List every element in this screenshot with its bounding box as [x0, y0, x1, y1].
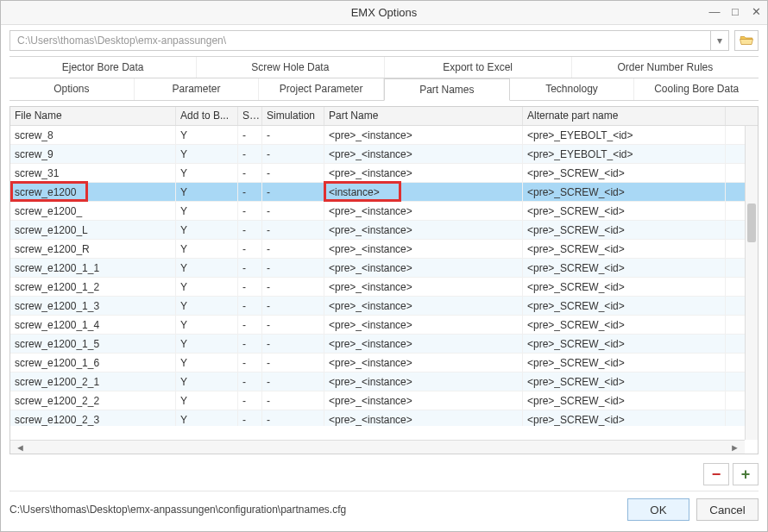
cell-part-name: <instance> [324, 183, 523, 201]
cell-file-name: screw_e1200_2_1 [10, 372, 176, 391]
cell-alternate: <pre>_SCREW_<id> [523, 316, 726, 334]
data-grid: File Name Add to B... S... Simulation Pa… [9, 106, 759, 454]
cell-s: - [238, 354, 262, 372]
table-row[interactable]: screw_e1200_1_2Y--<pre>_<instance><pre>_… [10, 278, 758, 297]
cell-file-name: screw_31 [10, 164, 176, 182]
cell-alternate: <pre>_EYEBOLT_<id> [523, 145, 726, 163]
cell-s: - [238, 145, 262, 163]
tab-bottom-3[interactable]: Part Names [384, 78, 510, 101]
cell-part-name: <pre>_<instance> [324, 410, 523, 426]
ok-button[interactable]: OK [627, 498, 689, 521]
cell-part-name: <pre>_<instance> [324, 372, 523, 391]
minus-icon: − [712, 466, 721, 484]
cell-file-name: screw_e1200_1_6 [10, 354, 176, 372]
table-row[interactable]: screw_e1200_1_1Y--<pre>_<instance><pre>_… [10, 259, 758, 278]
col-add-to-bom[interactable]: Add to B... [176, 107, 238, 125]
cancel-button[interactable]: Cancel [696, 498, 759, 521]
cell-part-name: <pre>_<instance> [324, 391, 523, 410]
table-row[interactable]: screw_e1200_1_5Y--<pre>_<instance><pre>_… [10, 335, 758, 354]
tabs-row-top: Ejector Bore DataScrew Hole DataExport t… [9, 56, 759, 78]
scroll-left-icon[interactable]: ◄ [16, 442, 25, 453]
dialog-window: EMX Options — □ ✕ C:\Users\thomas\Deskto… [0, 0, 768, 532]
tab-top-2[interactable]: Export to Excel [385, 57, 572, 78]
cell-file-name: screw_9 [10, 145, 176, 163]
open-folder-button[interactable] [734, 30, 759, 51]
cell-simulation: - [262, 354, 324, 372]
cell-add-to-bom: Y [176, 297, 238, 315]
chevron-down-icon: ▾ [717, 34, 722, 47]
col-part-name[interactable]: Part Name [324, 107, 523, 125]
cell-s: - [238, 316, 262, 334]
table-row[interactable]: screw_9Y--<pre>_<instance><pre>_EYEBOLT_… [10, 145, 758, 164]
cell-alternate: <pre>_SCREW_<id> [523, 183, 726, 201]
cell-s: - [238, 183, 262, 201]
cell-add-to-bom: Y [176, 259, 238, 277]
cell-alternate: <pre>_SCREW_<id> [523, 410, 726, 426]
tab-top-3[interactable]: Order Number Rules [572, 57, 759, 78]
col-alternate[interactable]: Alternate part name [523, 107, 726, 125]
minimize-icon[interactable]: — [708, 5, 721, 17]
col-simulation[interactable]: Simulation [262, 107, 324, 125]
table-row[interactable]: screw_e1200_Y--<pre>_<instance><pre>_SCR… [10, 202, 758, 221]
cell-s: - [238, 372, 262, 391]
table-row[interactable]: screw_e1200_1_4Y--<pre>_<instance><pre>_… [10, 316, 758, 335]
cell-file-name: screw_e1200_1_2 [10, 278, 176, 296]
cell-s: - [238, 240, 262, 258]
cell-add-to-bom: Y [176, 164, 238, 182]
col-s[interactable]: S... [238, 107, 262, 125]
cell-simulation: - [262, 410, 324, 426]
cell-simulation: - [262, 240, 324, 258]
cell-part-name: <pre>_<instance> [324, 335, 523, 353]
scrollbar-thumb[interactable] [747, 203, 756, 242]
cell-file-name: screw_e1200_1_1 [10, 259, 176, 277]
tab-bottom-2[interactable]: Project Parameter [259, 78, 384, 100]
table-row[interactable]: screw_e1200_2_2Y--<pre>_<instance><pre>_… [10, 391, 758, 410]
cell-add-to-bom: Y [176, 202, 238, 220]
horizontal-scrollbar[interactable]: ◄ ► [10, 440, 745, 454]
table-row[interactable]: screw_e1200_RY--<pre>_<instance><pre>_SC… [10, 240, 758, 259]
cell-add-to-bom: Y [176, 354, 238, 372]
table-row[interactable]: screw_31Y--<pre>_<instance><pre>_SCREW_<… [10, 164, 758, 183]
cell-s: - [238, 202, 262, 220]
cell-alternate: <pre>_SCREW_<id> [523, 259, 726, 277]
tab-top-1[interactable]: Screw Hole Data [197, 57, 384, 78]
table-row[interactable]: screw_e1200_LY--<pre>_<instance><pre>_SC… [10, 221, 758, 240]
tab-top-0[interactable]: Ejector Bore Data [9, 57, 197, 78]
cell-file-name: screw_8 [10, 126, 176, 144]
table-row[interactable]: screw_e1200_1_3Y--<pre>_<instance><pre>_… [10, 297, 758, 316]
cell-add-to-bom: Y [176, 183, 238, 201]
table-row[interactable]: screw_8Y--<pre>_<instance><pre>_EYEBOLT_… [10, 126, 758, 145]
cell-simulation: - [262, 183, 324, 201]
table-row[interactable]: screw_e1200_2_3Y--<pre>_<instance><pre>_… [10, 410, 758, 426]
tab-bottom-0[interactable]: Options [9, 78, 135, 100]
cell-alternate: <pre>_SCREW_<id> [523, 278, 726, 296]
table-row[interactable]: screw_e1200Y--<instance><pre>_SCREW_<id> [10, 183, 758, 202]
cell-file-name: screw_e1200_L [10, 221, 176, 239]
cell-part-name: <pre>_<instance> [324, 297, 523, 315]
close-icon[interactable]: ✕ [750, 5, 762, 17]
cell-part-name: <pre>_<instance> [324, 316, 523, 334]
cell-add-to-bom: Y [176, 126, 238, 144]
cell-simulation: - [262, 126, 324, 144]
table-row[interactable]: screw_e1200_1_6Y--<pre>_<instance><pre>_… [10, 354, 758, 372]
cell-add-to-bom: Y [176, 335, 238, 353]
vertical-scrollbar[interactable] [745, 126, 758, 440]
tab-bottom-4[interactable]: Technology [510, 78, 635, 100]
config-path-input[interactable]: C:\Users\thomas\Desktop\emx-anpassungen\ [9, 30, 711, 51]
cell-file-name: screw_e1200 [10, 183, 176, 201]
table-row[interactable]: screw_e1200_2_1Y--<pre>_<instance><pre>_… [10, 372, 758, 391]
cell-file-name: screw_e1200_2_2 [10, 391, 176, 410]
remove-row-button[interactable]: − [703, 463, 729, 485]
maximize-icon[interactable]: □ [729, 5, 741, 17]
cell-add-to-bom: Y [176, 240, 238, 258]
tabs-row-bottom: OptionsParameterProject ParameterPart Na… [9, 78, 759, 101]
cell-alternate: <pre>_SCREW_<id> [523, 221, 726, 239]
cell-s: - [238, 164, 262, 182]
tab-bottom-5[interactable]: Cooling Bore Data [634, 78, 759, 100]
cell-simulation: - [262, 145, 324, 163]
scroll-right-icon[interactable]: ► [730, 442, 740, 453]
path-dropdown-button[interactable]: ▾ [710, 30, 729, 51]
col-file-name[interactable]: File Name [10, 107, 176, 125]
add-row-button[interactable]: + [733, 463, 759, 485]
tab-bottom-1[interactable]: Parameter [135, 78, 260, 100]
